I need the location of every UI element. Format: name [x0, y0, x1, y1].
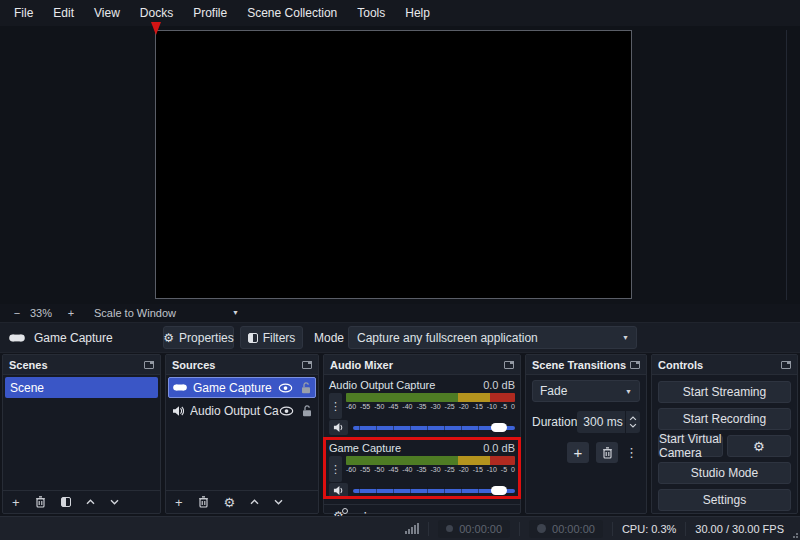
dock-panels: Scenes Scene + Sources — [2, 354, 798, 514]
meter-tick-label: -10 — [487, 402, 497, 411]
meter-tick-label: -50 — [374, 402, 384, 411]
scene-transitions-panel: Scene Transitions Fade ▼ Duration 300 ms… — [525, 354, 647, 514]
move-source-up-button[interactable] — [250, 499, 259, 505]
menu-item-profile[interactable]: Profile — [183, 0, 237, 26]
source-name: Game Capture — [193, 381, 278, 395]
menu-bar: File Edit View Docks Profile Scene Colle… — [0, 0, 800, 26]
meter-tick-label: -10 — [487, 465, 497, 474]
meter-tick-label: -25 — [445, 465, 455, 474]
scene-transitions-body: Fade ▼ Duration 300 ms + ⋮ — [526, 375, 646, 513]
meter-tick-label: -35 — [416, 402, 426, 411]
mixer-audio-output-capture: Audio Output Capture 0.0 dB ⋮ -60-55-50-… — [329, 378, 515, 435]
menu-item-view[interactable]: View — [84, 0, 130, 26]
source-name: Audio Output Captu — [190, 404, 279, 418]
volume-slider[interactable] — [353, 484, 515, 497]
mixer-db-value: 0.0 dB — [483, 441, 515, 455]
volume-slider-handle[interactable] — [491, 423, 507, 432]
mute-speaker-button[interactable] — [329, 420, 348, 435]
start-virtual-camera-button[interactable]: Start Virtual Camera — [658, 435, 723, 457]
preview-area — [0, 26, 800, 304]
meter-tick-label: -5 — [501, 402, 507, 411]
filters-icon — [248, 333, 258, 343]
menu-item-edit[interactable]: Edit — [43, 0, 84, 26]
zoom-in-button[interactable]: + — [64, 307, 78, 319]
chevron-down-icon: ▼ — [615, 327, 636, 348]
status-bar: 00:00:00 00:00:00 CPU: 0.3% 30.00 / 30.0… — [0, 516, 800, 540]
record-status-icon — [537, 524, 546, 533]
transition-dropdown[interactable]: Fade ▼ — [532, 380, 640, 402]
scene-filters-icon[interactable] — [61, 497, 71, 507]
audio-mixer-title: Audio Mixer — [330, 359, 393, 371]
speaker-icon — [172, 405, 184, 417]
meter-tick-label: -15 — [473, 402, 483, 411]
source-name-text: Game Capture — [34, 331, 113, 345]
add-scene-button[interactable]: + — [12, 495, 20, 510]
audio-mixer-panel: Audio Mixer Audio Output Capture 0.0 dB … — [323, 354, 521, 514]
resize-grip[interactable] — [790, 530, 798, 538]
volume-meter — [346, 456, 515, 465]
network-signal-icon — [405, 523, 419, 534]
mixer-game-capture: Game Capture 0.0 dB ⋮ -60-55-50-45-40-35… — [329, 441, 515, 498]
meter-tick-label: -25 — [445, 402, 455, 411]
duration-stepper[interactable] — [625, 411, 640, 433]
visibility-eye-icon[interactable] — [279, 406, 294, 416]
source-context-toolbar: Game Capture ⚙ Properties Filters Mode C… — [0, 322, 800, 353]
start-recording-button[interactable]: Start Recording — [658, 408, 791, 430]
mute-speaker-button[interactable] — [329, 483, 348, 498]
remove-scene-button[interactable] — [35, 496, 46, 508]
record-timer: 00:00:00 — [529, 520, 603, 538]
properties-button[interactable]: ⚙ Properties — [163, 326, 234, 349]
preview-canvas[interactable] — [155, 30, 632, 299]
menu-item-file[interactable]: File — [4, 0, 43, 26]
audio-mixer-header: Audio Mixer — [324, 355, 520, 375]
mode-value: Capture any fullscreen application — [357, 331, 538, 345]
mode-dropdown[interactable]: Capture any fullscreen application ▼ — [348, 326, 637, 349]
mixer-kebab-menu[interactable]: ⋮ — [329, 456, 342, 482]
meter-tick-label: -15 — [473, 465, 483, 474]
remove-transition-button[interactable] — [596, 442, 618, 463]
meter-tick-label: -20 — [459, 402, 469, 411]
menu-item-help[interactable]: Help — [395, 0, 440, 26]
menu-item-scene-collection[interactable]: Scene Collection — [237, 0, 347, 26]
virtual-camera-gear-button[interactable]: ⚙ — [727, 435, 792, 457]
menu-item-tools[interactable]: Tools — [347, 0, 395, 26]
dock-options-icon[interactable] — [302, 361, 312, 369]
dock-options-icon[interactable] — [504, 361, 514, 369]
zoom-out-button[interactable]: − — [10, 307, 24, 319]
remove-source-button[interactable] — [198, 496, 209, 508]
scene-list-item[interactable]: Scene — [5, 377, 158, 398]
source-properties-gear-icon[interactable]: ⚙ — [224, 495, 236, 510]
meter-tick-label: -35 — [416, 465, 426, 474]
dock-options-icon[interactable] — [630, 361, 640, 369]
volume-slider-handle[interactable] — [491, 486, 507, 495]
source-list-item-game-capture[interactable]: Game Capture — [168, 377, 316, 398]
volume-meter — [346, 393, 515, 402]
filters-label: Filters — [263, 331, 296, 345]
studio-mode-button[interactable]: Studio Mode — [658, 462, 791, 484]
move-source-down-button[interactable] — [274, 499, 283, 505]
settings-button[interactable]: Settings — [658, 489, 791, 511]
dock-options-icon[interactable] — [781, 361, 791, 369]
mixer-kebab-menu[interactable]: ⋮ — [329, 393, 342, 419]
lock-open-icon[interactable] — [302, 405, 312, 417]
scale-mode-label[interactable]: Scale to Window — [94, 307, 176, 319]
volume-slider[interactable] — [353, 421, 515, 434]
fps-counter: 30.00 / 30.00 FPS — [695, 523, 784, 535]
start-streaming-button[interactable]: Start Streaming — [658, 381, 791, 403]
annotation-marker — [151, 22, 161, 35]
lock-open-icon[interactable] — [301, 382, 311, 394]
visibility-eye-icon[interactable] — [278, 383, 293, 393]
move-scene-up-button[interactable] — [86, 499, 95, 505]
dock-options-icon[interactable] — [144, 361, 154, 369]
add-source-button[interactable]: + — [175, 495, 183, 510]
chevron-down-icon[interactable]: ▼ — [232, 309, 239, 316]
stream-timer: 00:00:00 — [438, 520, 510, 538]
transition-kebab-icon[interactable]: ⋮ — [625, 445, 638, 460]
duration-input[interactable]: 300 ms — [577, 411, 625, 433]
meter-tick-label: -55 — [360, 402, 370, 411]
filters-button[interactable]: Filters — [240, 326, 303, 349]
move-scene-down-button[interactable] — [110, 499, 119, 505]
source-list-item-audio-output[interactable]: Audio Output Captu — [168, 400, 316, 421]
scenes-toolbar: + — [3, 490, 160, 513]
add-transition-button[interactable]: + — [567, 442, 589, 463]
